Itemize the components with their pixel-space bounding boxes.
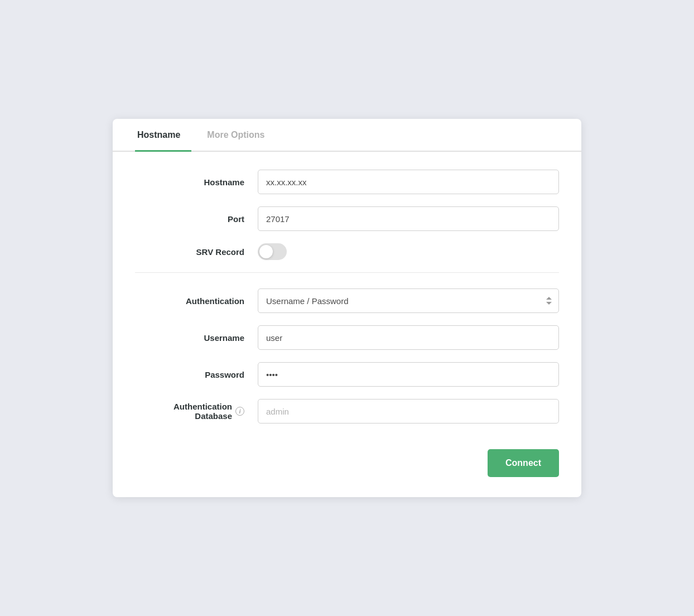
- info-icon[interactable]: i: [235, 407, 244, 416]
- section-divider: [135, 272, 559, 273]
- password-label: Password: [135, 370, 258, 379]
- srv-record-row: SRV Record: [135, 243, 559, 260]
- username-label: Username: [135, 333, 258, 343]
- tab-bar: Hostname More Options: [113, 119, 581, 152]
- connection-card: Hostname More Options Hostname Port SRV …: [113, 119, 581, 497]
- port-row: Port: [135, 206, 559, 231]
- password-input[interactable]: [258, 362, 559, 387]
- hostname-label: Hostname: [135, 177, 258, 187]
- tab-hostname[interactable]: Hostname: [135, 119, 191, 152]
- srv-record-toggle[interactable]: [258, 243, 287, 260]
- authentication-select[interactable]: None Username / Password X.509 Kerberos …: [258, 288, 559, 313]
- srv-record-label: SRV Record: [135, 247, 258, 257]
- auth-database-label: Authentication Database: [135, 402, 232, 421]
- hostname-input[interactable]: [258, 170, 559, 194]
- hostname-section: Hostname Port SRV Record: [113, 152, 581, 260]
- password-row: Password: [135, 362, 559, 387]
- auth-database-row: Authentication Database i: [135, 399, 559, 424]
- hostname-row: Hostname: [135, 170, 559, 194]
- port-input[interactable]: [258, 206, 559, 231]
- port-label: Port: [135, 214, 258, 224]
- auth-section: Authentication None Username / Password …: [113, 288, 581, 424]
- button-row: Connect: [113, 436, 581, 477]
- auth-database-input[interactable]: [258, 399, 559, 424]
- username-row: Username: [135, 325, 559, 350]
- authentication-row: Authentication None Username / Password …: [135, 288, 559, 313]
- authentication-label: Authentication: [135, 296, 258, 306]
- tab-more-options[interactable]: More Options: [205, 119, 276, 152]
- srv-toggle-wrapper: [258, 243, 287, 260]
- username-input[interactable]: [258, 325, 559, 350]
- connect-button[interactable]: Connect: [488, 449, 559, 477]
